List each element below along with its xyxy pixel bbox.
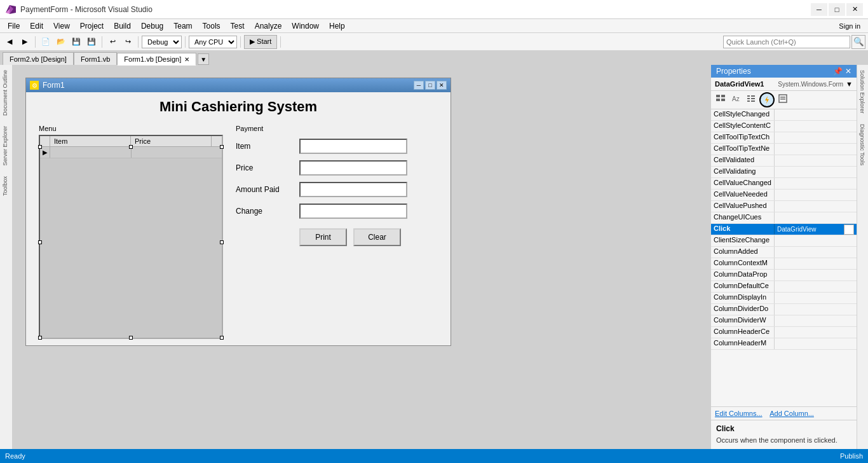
props-column-headerm[interactable]: ColumnHeaderM xyxy=(711,338,857,350)
component-dropdown-icon[interactable]: ▼ xyxy=(846,80,853,88)
props-click[interactable]: Click DataGridView ▼ xyxy=(711,224,857,235)
menu-window[interactable]: Window xyxy=(287,20,324,32)
props-cell-validated[interactable]: CellValidated xyxy=(711,155,857,167)
menu-analyze[interactable]: Analyze xyxy=(250,20,287,32)
tab-form2-design[interactable]: Form2.vb [Design] xyxy=(3,52,74,65)
maximize-button[interactable]: □ xyxy=(829,3,845,16)
price-input[interactable] xyxy=(299,160,407,176)
menu-debug[interactable]: Debug xyxy=(136,20,168,32)
sidebar-solution-explorer[interactable]: Solution Explorer xyxy=(857,65,867,119)
sidebar-document-outline[interactable]: Document Outline xyxy=(0,65,12,121)
change-input[interactable] xyxy=(299,204,407,219)
handle-tr[interactable] xyxy=(220,145,224,149)
props-events-btn[interactable] xyxy=(759,92,775,107)
component-type: System.Windows.Form xyxy=(778,81,843,88)
toolbar-open[interactable]: 📂 xyxy=(54,35,68,49)
toolbar-forward[interactable]: ▶ xyxy=(18,35,32,49)
sidebar-toolbox[interactable]: Toolbox xyxy=(0,171,12,201)
cpu-dropdown[interactable]: Any CPU xyxy=(189,36,237,48)
form-maximize-btn[interactable]: □ xyxy=(425,81,435,90)
props-column-dividerw[interactable]: ColumnDividerW xyxy=(711,315,857,327)
props-column-defaultce[interactable]: ColumnDefaultCe xyxy=(711,281,857,293)
handle-ml[interactable] xyxy=(38,240,42,244)
change-label: Change xyxy=(236,207,299,216)
svg-rect-9 xyxy=(747,95,750,97)
datagrid[interactable]: Item Price ▶ xyxy=(39,135,223,339)
sidebar-diagnostic-tools[interactable]: Diagnostic Tools xyxy=(857,119,867,170)
datagrid-body[interactable]: ▶ xyxy=(40,147,222,338)
tab-dropdown-button[interactable]: ▼ xyxy=(198,53,209,65)
menu-project[interactable]: Project xyxy=(75,20,109,32)
item-input[interactable] xyxy=(299,139,407,154)
toolbar-redo[interactable]: ↪ xyxy=(121,35,135,49)
props-client-size-change[interactable]: ClientSizeChange xyxy=(711,235,857,247)
props-cell-value-needed[interactable]: CellValueNeeded xyxy=(711,190,857,201)
props-properties-btn[interactable] xyxy=(744,92,758,105)
menu-help[interactable]: Help xyxy=(324,20,350,32)
props-cell-style-changed[interactable]: CellStyleChanged xyxy=(711,109,857,121)
tab-form1-design[interactable]: Form1.vb [Design] ✕ xyxy=(117,53,196,66)
sidebar-server-explorer[interactable]: Server Explorer xyxy=(0,121,12,171)
debug-config-dropdown[interactable]: Debug xyxy=(142,36,182,48)
toolbar-save[interactable]: 💾 xyxy=(69,35,83,49)
props-cell-style-content[interactable]: CellStyleContentC xyxy=(711,121,857,132)
props-cell-value-changed[interactable]: CellValueChanged xyxy=(711,178,857,190)
menu-file[interactable]: File xyxy=(3,20,25,32)
handle-tl[interactable] xyxy=(38,145,42,149)
form-minimize-btn[interactable]: ─ xyxy=(414,81,424,90)
tab-form1-vb[interactable]: Form1.vb xyxy=(74,52,117,65)
svg-rect-12 xyxy=(751,95,755,97)
menu-edit[interactable]: Edit xyxy=(25,20,48,32)
props-column-contextm[interactable]: ColumnContextM xyxy=(711,258,857,270)
edit-columns-link[interactable]: Edit Columns... xyxy=(715,410,763,417)
menu-test[interactable]: Test xyxy=(226,20,250,32)
start-button[interactable]: ▶ Start xyxy=(244,35,277,49)
add-column-link[interactable]: Add Column... xyxy=(770,410,814,417)
click-dropdown-arrow[interactable]: ▼ xyxy=(844,225,854,235)
quick-launch-button[interactable]: 🔍 xyxy=(851,35,865,49)
props-change-uicues[interactable]: ChangeUICues xyxy=(711,212,857,224)
handle-br[interactable] xyxy=(220,336,224,340)
handle-bc[interactable] xyxy=(129,336,133,340)
tab-close-icon[interactable]: ✕ xyxy=(184,56,189,63)
form-close-btn[interactable]: ✕ xyxy=(437,81,447,90)
minimize-button[interactable]: ─ xyxy=(811,3,827,16)
properties-toolbar: Az xyxy=(711,91,857,109)
svg-rect-10 xyxy=(747,98,750,99)
amount-input[interactable] xyxy=(299,182,407,197)
props-column-headerce[interactable]: ColumnHeaderCe xyxy=(711,327,857,338)
props-column-dataprop[interactable]: ColumnDataProp xyxy=(711,270,857,281)
props-cell-validating[interactable]: CellValidating xyxy=(711,167,857,178)
toolbar-undo[interactable]: ↩ xyxy=(105,35,119,49)
button-row: Print Clear xyxy=(299,228,438,246)
menu-build[interactable]: Build xyxy=(109,20,136,32)
sign-in-link[interactable]: Sign in xyxy=(834,22,865,30)
props-alphabetical-btn[interactable]: Az xyxy=(729,92,743,105)
props-cell-tooltip-textne[interactable]: CellToolTipTextNe xyxy=(711,144,857,155)
props-cell-tooltip-textch[interactable]: CellToolTipTextCh xyxy=(711,132,857,144)
props-column-added[interactable]: ColumnAdded xyxy=(711,247,857,258)
menu-team[interactable]: Team xyxy=(168,20,197,32)
toolbar-new[interactable]: 📄 xyxy=(39,35,53,49)
menu-view[interactable]: View xyxy=(48,20,75,32)
props-property-pages-btn[interactable] xyxy=(776,92,790,105)
quick-launch-input[interactable] xyxy=(723,36,850,48)
svg-text:Az: Az xyxy=(732,95,740,102)
properties-close-button[interactable]: ✕ xyxy=(845,67,851,76)
close-button[interactable]: ✕ xyxy=(846,3,863,16)
toolbar-save-all[interactable]: 💾 xyxy=(85,35,98,49)
props-column-dividerdo[interactable]: ColumnDividerDo xyxy=(711,304,857,315)
handle-mr[interactable] xyxy=(220,240,224,244)
print-button[interactable]: Print xyxy=(299,228,347,246)
props-categorized-btn[interactable] xyxy=(714,92,728,105)
toolbar-back[interactable]: ◀ xyxy=(3,35,17,49)
menu-tools[interactable]: Tools xyxy=(198,20,226,32)
component-selector[interactable]: DataGridView1 System.Windows.Form ▼ xyxy=(711,78,857,91)
props-column-displayin[interactable]: ColumnDisplayIn xyxy=(711,293,857,304)
props-cell-value-pushed[interactable]: CellValuePushed xyxy=(711,201,857,212)
price-label: Price xyxy=(236,163,299,172)
clear-button[interactable]: Clear xyxy=(353,228,401,246)
handle-bl[interactable] xyxy=(38,336,42,340)
handle-tc[interactable] xyxy=(129,145,133,149)
properties-pin-button[interactable]: 📌 xyxy=(833,67,843,76)
